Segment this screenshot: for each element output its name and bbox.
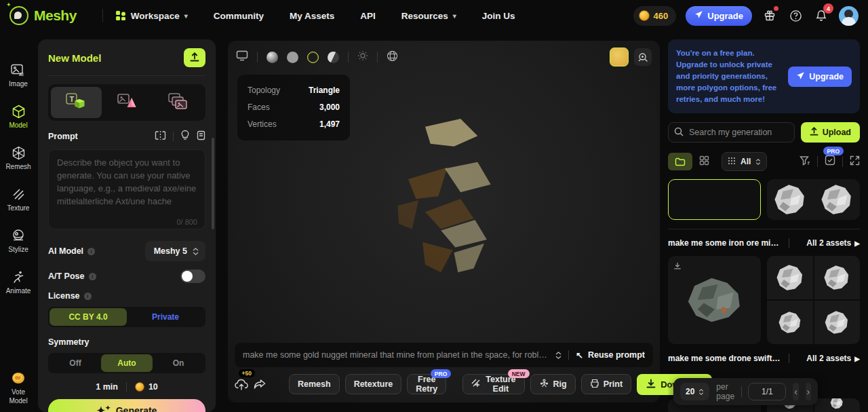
model-viewport[interactable]: Topology Triangle Faces 3,000 Vertices 1… <box>228 41 660 402</box>
user-avatar[interactable] <box>839 6 859 26</box>
shading-mode-shaded-icon[interactable] <box>267 52 278 63</box>
tab-multi-image-to-3d[interactable] <box>152 87 203 118</box>
animate-icon <box>12 269 25 284</box>
inspect-zoom-icon[interactable] <box>634 48 652 66</box>
search-input[interactable] <box>668 122 795 143</box>
rail-item-texture[interactable]: Texture <box>7 187 30 212</box>
license-option-private[interactable]: Private <box>127 308 204 326</box>
page-size-value: 20 <box>686 387 694 396</box>
expand-prompt-icon[interactable] <box>555 352 561 359</box>
tab-image-to-3d[interactable] <box>102 87 153 118</box>
retexture-button[interactable]: Retexture <box>345 374 402 394</box>
multi-image-icon <box>166 92 189 113</box>
rail-item-vote-model[interactable]: Vote Model <box>5 371 32 405</box>
divider <box>257 52 258 62</box>
rail-item-model[interactable]: Model <box>9 104 27 129</box>
rail-item-image[interactable]: AI Image <box>9 62 28 88</box>
expand-panel-icon[interactable] <box>850 155 860 168</box>
publish-cloud-icon[interactable]: +50 <box>235 375 248 393</box>
select-checkbox-icon[interactable] <box>825 156 835 168</box>
rail-label: Image <box>9 80 28 88</box>
cube-icon <box>12 104 26 119</box>
nav-item-join-us[interactable]: Join Us <box>482 11 515 21</box>
gift-icon[interactable] <box>762 7 778 24</box>
grid-view-icon[interactable] <box>699 155 709 168</box>
license-row: License i <box>48 291 205 301</box>
panel-upload-button[interactable] <box>184 48 205 67</box>
symmetry-option-auto[interactable]: Auto <box>101 354 153 372</box>
generate-button[interactable]: ✦✦ Generate <box>48 399 205 412</box>
upload-icon <box>190 52 199 64</box>
rail-label: Stylize <box>8 246 28 253</box>
meshy-logo[interactable]: Meshy <box>9 6 77 25</box>
symmetry-segmented: Off Auto On <box>48 353 205 373</box>
asset-type-filter[interactable]: All <box>722 152 767 171</box>
nav-item-api[interactable]: API <box>360 11 376 21</box>
symmetry-option-on[interactable]: On <box>153 354 204 372</box>
ai-model-select[interactable]: Meshy 5 <box>145 241 205 261</box>
nav-label: Community <box>214 11 264 21</box>
prev-page-button[interactable]: ‹ <box>793 383 798 400</box>
nav-item-my-assets[interactable]: My Assets <box>290 11 334 21</box>
info-icon[interactable]: i <box>87 248 95 255</box>
prompt-library-icon[interactable] <box>197 130 205 143</box>
info-icon[interactable]: i <box>89 273 96 280</box>
shading-mode-split-icon[interactable] <box>328 52 339 63</box>
folder-view-button[interactable] <box>668 153 692 170</box>
credits-balance[interactable]: 460 <box>633 6 677 26</box>
remesh-button[interactable]: Remesh <box>289 374 340 394</box>
idea-bulb-icon[interactable] <box>180 130 190 143</box>
tab-text-to-3d[interactable]: T <box>51 87 102 118</box>
group-title: make me some iron ore mineral,... <box>668 238 782 248</box>
shading-mode-solid-icon[interactable] <box>287 52 298 63</box>
divider <box>568 350 569 360</box>
plan-upgrade-button[interactable]: Upgrade <box>788 67 852 87</box>
group-header-iron-ore: make me some iron ore mineral,... All 2 … <box>668 238 860 248</box>
sort-filter-icon[interactable] <box>800 155 810 168</box>
wireframe-globe-icon[interactable] <box>387 50 398 64</box>
per-page-label: per page <box>716 382 734 401</box>
gold-nugget-model[interactable] <box>362 100 526 300</box>
asset-thumb-iron-ore[interactable] <box>668 256 761 344</box>
texture-edit-button[interactable]: Texture Edit NEW <box>462 374 524 394</box>
group-all-assets-link[interactable]: All 2 assets ▶ <box>806 354 860 363</box>
asset-thumb-gold-nugget-selected[interactable] <box>668 179 761 220</box>
screenshot-icon[interactable] <box>236 50 248 64</box>
upgrade-button[interactable]: Upgrade <box>686 6 752 26</box>
free-retry-button[interactable]: Free Retry PRO <box>407 374 446 394</box>
panel-scrollbar[interactable] <box>212 138 214 229</box>
new-model-panel: New Model T Prompt <box>38 39 216 412</box>
shading-mode-wireframe-icon[interactable] <box>307 52 319 63</box>
lighting-icon[interactable] <box>357 50 368 64</box>
rail-item-remesh[interactable]: Remesh <box>5 145 31 170</box>
page-size-select[interactable]: 20 <box>680 383 709 400</box>
at-pose-toggle[interactable] <box>180 269 205 283</box>
share-icon[interactable] <box>254 375 266 393</box>
ai-model-value: Meshy 5 <box>154 246 187 256</box>
nav-item-workspace[interactable]: Workspace ▾ <box>115 10 188 21</box>
next-page-button[interactable]: › <box>806 383 811 400</box>
compare-prompt-icon[interactable] <box>155 130 166 143</box>
nav-item-resources[interactable]: Resources ▾ <box>401 11 456 21</box>
info-icon[interactable]: i <box>84 293 92 300</box>
rig-button[interactable]: Rig <box>530 374 576 394</box>
remesh-label: Remesh <box>298 379 331 389</box>
reuse-prompt-button[interactable]: ↖ Reuse prompt <box>576 350 645 360</box>
symmetry-label: Symmetry <box>48 337 89 347</box>
print-button[interactable]: Print <box>581 374 631 394</box>
asset-thumb-iron-ore-variants[interactable] <box>767 256 860 344</box>
notifications-bell-icon[interactable]: 4 <box>813 7 829 24</box>
texture-variant-swatch[interactable] <box>610 48 629 67</box>
license-option-ccby[interactable]: CC BY 4.0 <box>50 308 127 326</box>
help-icon[interactable] <box>787 7 804 24</box>
symmetry-option-off[interactable]: Off <box>50 354 101 372</box>
nav-label: Resources <box>401 11 448 21</box>
group-all-assets-link[interactable]: All 2 assets ▶ <box>806 238 860 248</box>
prompt-tools <box>155 130 205 143</box>
rail-item-stylize[interactable]: Stylize <box>8 228 28 253</box>
search-box <box>668 122 795 143</box>
asset-thumb-rock-pair[interactable] <box>767 179 860 220</box>
rail-item-animate[interactable]: Animate <box>6 269 31 295</box>
upload-asset-button[interactable]: Upload <box>801 122 860 143</box>
nav-item-community[interactable]: Community <box>214 11 264 21</box>
